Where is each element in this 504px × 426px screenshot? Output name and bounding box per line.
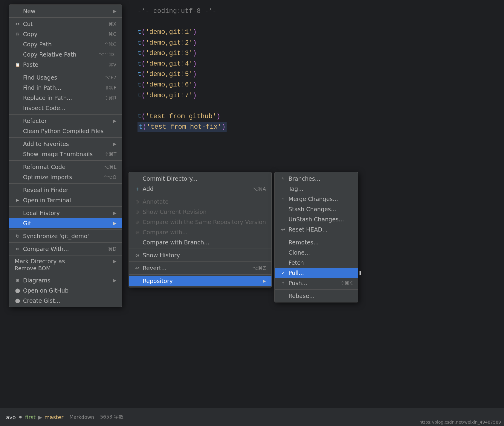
menu-item-copy-relative-path[interactable]: Copy Relative Path ⌥⇧⌘C xyxy=(9,49,122,60)
menu-item-remotes[interactable]: Remotes... xyxy=(275,237,358,247)
code-line-comment: -*- coding:utf-8 -*- xyxy=(138,6,495,16)
menu-item-replace-path[interactable]: Replace in Path... ⇧⌘R xyxy=(9,93,122,103)
push-icon: ↑ xyxy=(280,281,286,285)
branch-master-label: master xyxy=(45,414,63,420)
status-char-count: 5653 字数 xyxy=(100,414,123,420)
reset-icon: ↩ xyxy=(280,227,286,232)
sep-4 xyxy=(9,137,122,138)
menu-item-show-thumbnails[interactable]: Show Image Thumbnails ⇧⌘T xyxy=(9,149,122,159)
menu-item-commit-directory[interactable]: Commit Directory... xyxy=(129,174,271,184)
repo-sep-2 xyxy=(275,289,358,290)
menu-item-compare-branch[interactable]: Compare with Branch... xyxy=(129,237,271,247)
menu-item-mark-directory[interactable]: Mark Directory as ▶ Remove BOM xyxy=(9,257,122,273)
sep-8 xyxy=(9,229,122,230)
menu-item-find-path[interactable]: Find in Path... ⇧⌘F xyxy=(9,83,122,93)
menu-item-revert[interactable]: ↩ Revert... ⌥⌘Z xyxy=(129,263,271,273)
github-icon: ⬤ xyxy=(15,288,21,293)
menu-item-compare-with-git: ⊕ Compare with... xyxy=(129,227,271,237)
menu-item-show-history[interactable]: ⊙ Show History xyxy=(129,250,271,260)
menu-item-compare-with[interactable]: ⊞ Compare With... ⌘D xyxy=(9,244,122,254)
menu-item-annotate: ⊕ Annotate xyxy=(129,197,271,207)
menu-item-optimize-imports[interactable]: Optimize Imports ^⌥O xyxy=(9,172,122,182)
menu-item-add[interactable]: + Add ⌥⌘A xyxy=(129,184,271,194)
new-arrow: ▶ xyxy=(113,9,117,13)
cursor-indicator: ⬆ xyxy=(358,270,362,276)
menu-item-rebase[interactable]: Rebase... xyxy=(275,291,358,301)
terminal-icon: ▶ xyxy=(15,198,21,202)
branch-arrow: ▶ xyxy=(38,414,42,420)
git-context-menu: Commit Directory... + Add ⌥⌘A ⊕ Annotate… xyxy=(129,172,272,287)
paste-icon: 📋 xyxy=(15,63,21,67)
menu-item-refactor[interactable]: Refactor ▶ xyxy=(9,116,122,126)
code-block: t('demo,git!1') t('demo,git!2') t('demo,… xyxy=(138,27,495,132)
first-circle: ⚫ xyxy=(18,414,23,420)
menu-item-open-terminal[interactable]: ▶ Open in Terminal xyxy=(9,195,122,205)
menu-item-repository[interactable]: Repository ▶ xyxy=(129,276,271,286)
menu-item-git[interactable]: Git ▶ xyxy=(9,218,122,228)
sep-5 xyxy=(9,160,122,161)
status-language: Markdown xyxy=(69,414,94,420)
pull-checkmark: ✓ xyxy=(280,270,286,275)
cut-icon: ✂ xyxy=(15,21,21,27)
sep-7 xyxy=(9,206,122,207)
merge-icon: ⑂ xyxy=(280,197,286,201)
git-sep-2 xyxy=(129,249,271,249)
menu-item-clean-python[interactable]: Clean Python Compiled Files xyxy=(9,126,122,136)
menu-item-new[interactable]: New ▶ xyxy=(9,6,122,16)
sep-3 xyxy=(9,114,122,115)
sep-6 xyxy=(9,183,122,184)
sep-9 xyxy=(9,242,122,243)
menu-item-branches[interactable]: ⑂ Branches... xyxy=(275,174,358,184)
copy-icon: ⎘ xyxy=(15,32,21,36)
menu-item-find-usages[interactable]: Find Usages ⌥F7 xyxy=(9,72,122,83)
mark-dir-arrow: ▶ xyxy=(113,259,117,264)
menu-item-add-favorites[interactable]: Add to Favorites ▶ xyxy=(9,139,122,149)
menu-item-local-history[interactable]: Local History ▶ xyxy=(9,208,122,218)
menu-item-fetch[interactable]: Fetch xyxy=(275,258,358,268)
sep-10 xyxy=(9,255,122,255)
menu-item-reformat[interactable]: Reformat Code ⌥⌘L xyxy=(9,162,122,172)
git-arrow: ▶ xyxy=(113,221,117,226)
repo-sep-1 xyxy=(275,236,358,236)
status-url: https://blog.csdn.net/weixin_49487589 xyxy=(419,420,501,425)
menu-item-show-revision: ⊕ Show Current Revision xyxy=(129,207,271,217)
diagrams-icon: ⊞ xyxy=(15,278,21,283)
gist-icon: ⬤ xyxy=(15,298,21,303)
menu-item-synchronize[interactable]: ↻ Synchronize 'git_demo' xyxy=(9,231,122,241)
sep-2 xyxy=(9,71,122,71)
status-branch: avo ⚫ first ▶ master xyxy=(6,414,63,420)
menu-item-inspect-code[interactable]: Inspect Code... xyxy=(9,103,122,113)
main-context-menu: New ▶ ✂ Cut ⌘X ⎘ Copy ⌘C Copy Path ⇧⌘C C… xyxy=(9,4,122,307)
repo-arrow: ▶ xyxy=(263,279,266,283)
menu-item-open-github[interactable]: ⬤ Open on GitHub xyxy=(9,285,122,296)
menu-item-stash[interactable]: Stash Changes... xyxy=(275,204,358,214)
status-avo: avo xyxy=(6,414,16,420)
menu-item-merge-changes[interactable]: ⑂ Merge Changes... xyxy=(275,194,358,204)
menu-item-copy-path[interactable]: Copy Path ⇧⌘C xyxy=(9,39,122,49)
menu-item-create-gist[interactable]: ⬤ Create Gist... xyxy=(9,296,122,306)
git-sep-1 xyxy=(129,195,271,195)
history-icon: ⊙ xyxy=(134,252,140,258)
menu-item-copy[interactable]: ⎘ Copy ⌘C xyxy=(9,29,122,39)
menu-item-reveal-finder[interactable]: Reveal in Finder xyxy=(9,185,122,195)
menu-item-clone[interactable]: Clone... xyxy=(275,247,358,258)
menu-item-push[interactable]: ↑ Push... ⇧⌘K xyxy=(275,278,358,288)
branch-first-label: first xyxy=(25,414,36,420)
git-sep-4 xyxy=(129,274,271,275)
branches-icon: ⑂ xyxy=(280,176,286,181)
repository-context-menu: ⑂ Branches... Tag... ⑂ Merge Changes... … xyxy=(274,172,358,302)
favorites-arrow: ▶ xyxy=(113,142,117,146)
menu-item-cut[interactable]: ✂ Cut ⌘X xyxy=(9,19,122,29)
menu-item-paste[interactable]: 📋 Paste ⌘V xyxy=(9,60,122,70)
menu-item-pull[interactable]: ✓ Pull... ⬆ xyxy=(275,268,358,278)
sync-icon: ↻ xyxy=(15,233,21,239)
git-sep-3 xyxy=(129,261,271,262)
menu-item-diagrams[interactable]: ⊞ Diagrams ▶ xyxy=(9,275,122,285)
local-history-arrow: ▶ xyxy=(113,211,117,215)
menu-item-tag[interactable]: Tag... xyxy=(275,184,358,194)
status-bar: avo ⚫ first ▶ master Markdown 5653 字数 ht… xyxy=(0,408,504,426)
sep-11 xyxy=(9,274,122,274)
menu-item-unstash[interactable]: UnStash Changes... xyxy=(275,214,358,224)
revert-icon: ↩ xyxy=(134,265,140,271)
menu-item-reset-head[interactable]: ↩ Reset HEAD... xyxy=(275,224,358,235)
